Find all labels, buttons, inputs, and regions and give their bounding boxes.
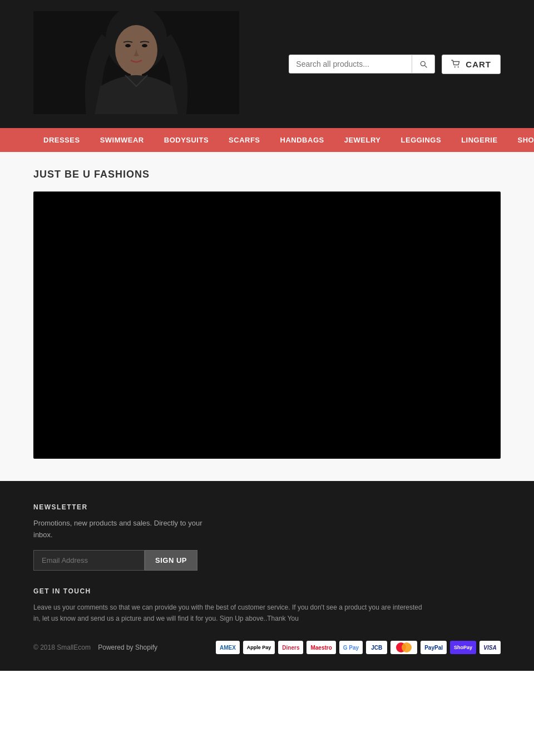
header-right: CART	[289, 55, 501, 74]
footer-copyright: © 2018 SmallEcom Powered by Shopify	[33, 644, 157, 651]
svg-point-6	[454, 66, 456, 67]
nav-item-shoes[interactable]: SHOES	[508, 128, 534, 152]
svg-point-7	[458, 66, 459, 67]
signup-button[interactable]: SIGN UP	[145, 550, 197, 571]
nav-item-scarfs[interactable]: SCARFS	[219, 128, 270, 152]
logo-image	[33, 11, 239, 114]
nav-item-lingerie[interactable]: LINGERIE	[451, 128, 507, 152]
hero-image	[33, 192, 501, 459]
site-footer: NEWSLETTER Promotions, new products and …	[0, 481, 534, 671]
search-box	[289, 55, 435, 73]
nav-item-jewelry[interactable]: JEWELRY	[334, 128, 391, 152]
nav-item-leggings[interactable]: LEGGINGS	[391, 128, 452, 152]
svg-point-9	[402, 642, 412, 652]
nav-item-swimwear[interactable]: SWIMWEAR	[90, 128, 154, 152]
footer-bottom: © 2018 SmallEcom Powered by Shopify AMEX…	[33, 641, 501, 654]
main-nav: DRESSES SWIMWEAR BODYSUITS SCARFS HANDBA…	[0, 128, 534, 152]
svg-point-3	[125, 44, 131, 47]
cart-icon	[451, 60, 461, 68]
main-content: JUST BE U FASHIONS	[0, 152, 534, 481]
nav-item-handbags[interactable]: HANDBAGS	[270, 128, 334, 152]
copyright-text: © 2018 SmallEcom	[33, 644, 91, 651]
mastercard-icon	[394, 642, 413, 653]
payment-diners: Diners	[278, 641, 303, 654]
payment-paypal: PayPal	[421, 641, 447, 654]
payment-shopay: ShoPay	[450, 641, 476, 654]
get-in-touch-title: GET IN TOUCH	[33, 587, 501, 595]
powered-by-link[interactable]: Powered by Shopify	[98, 644, 157, 651]
page-title: JUST BE U FASHIONS	[33, 169, 501, 180]
cart-button[interactable]: CART	[442, 55, 501, 74]
logo-area	[33, 11, 245, 117]
logo-portrait-svg	[33, 11, 239, 114]
payment-amex: AMEX	[216, 641, 240, 654]
payment-applepay: Apple Pay	[243, 641, 275, 654]
nav-item-bodysuits[interactable]: BODYSUITS	[154, 128, 219, 152]
payment-maestro: Maestro	[306, 641, 335, 654]
payment-mastercard	[390, 641, 417, 654]
search-cart-row: CART	[289, 55, 501, 74]
newsletter-form: SIGN UP	[33, 550, 501, 571]
get-in-touch-desc: Leave us your comments so that we can pr…	[33, 602, 423, 625]
search-icon	[419, 60, 428, 68]
nav-item-dresses[interactable]: DRESSES	[33, 128, 90, 152]
newsletter-desc: Promotions, new products and sales. Dire…	[33, 518, 211, 541]
search-button[interactable]	[412, 55, 434, 73]
payment-icons: AMEX Apple Pay Diners Maestro G Pay JCB …	[216, 641, 501, 654]
svg-point-4	[142, 44, 147, 47]
cart-label: CART	[466, 60, 491, 69]
payment-visa: VISA	[479, 641, 501, 654]
newsletter-title: NEWSLETTER	[33, 503, 501, 511]
site-header: CART	[0, 0, 534, 128]
newsletter-email-input[interactable]	[33, 550, 145, 571]
payment-gpay: G Pay	[339, 641, 363, 654]
payment-jcb: JCB	[366, 641, 387, 654]
search-input[interactable]	[289, 55, 412, 73]
